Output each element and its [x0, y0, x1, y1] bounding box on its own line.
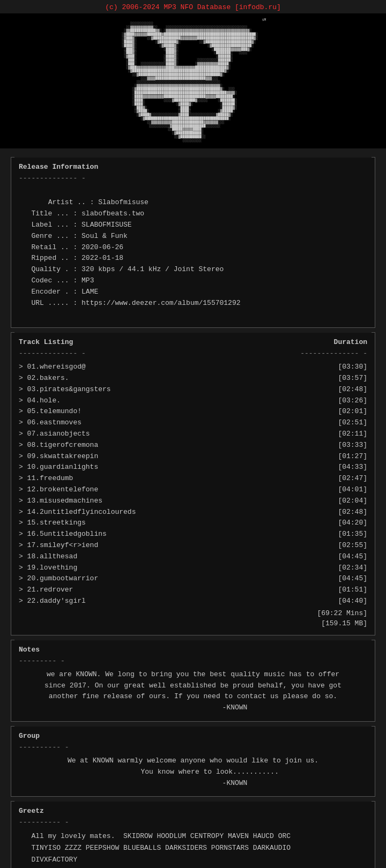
release-info-section: Release Information -------------- - Art…	[11, 157, 375, 328]
greetz-section: Greetz ---------- - All my lovely mates.…	[11, 801, 375, 868]
track-name: > 17.smileyf<r>iend	[19, 540, 98, 551]
notes-section: Notes --------- - we are KNOWN. We long …	[11, 640, 375, 722]
track-name: > 11.freedumb	[19, 473, 73, 484]
track-duration: [03:26]	[324, 395, 367, 407]
track-duration: [02:48]	[324, 507, 367, 518]
track-name: > 05.telemundo!	[19, 406, 81, 417]
track-duration: [01:27]	[324, 451, 367, 462]
track-duration: [04:20]	[324, 518, 367, 529]
release-info-table: Artist .. : Slabofmisuse Title ... : sla…	[19, 186, 367, 320]
track-duration: [03:33]	[324, 440, 367, 451]
group-section: Group ---------- - We at KNOWN warmly we…	[11, 726, 375, 797]
total-time: [69:22 Mins]	[19, 609, 367, 617]
track-name: > 15.streetkings	[19, 518, 86, 529]
track-row: > 03.pirates&gangsters[02:48]	[19, 384, 367, 395]
track-name: > 18.allthesad	[19, 551, 77, 563]
track-row: > 12.brokentelefone[04:01]	[19, 484, 367, 496]
total-info: [69:22 Mins] [159.15 MB]	[19, 609, 367, 627]
group-text: We at KNOWN warmly welcome anyone who wo…	[19, 755, 367, 789]
track-name: > 14.2untitledflyincoloureds	[19, 507, 136, 518]
track-row: > 16.5untitledgoblins[01:35]	[19, 529, 367, 540]
duration-header: Duration	[334, 338, 367, 346]
track-row: > 18.allthesad[04:45]	[19, 551, 367, 563]
track-row: > 09.skwattakreepin[01:27]	[19, 451, 367, 462]
track-name: > 12.brokentelefone	[19, 484, 98, 496]
track-row: > 02.bakers.[03:57]	[19, 373, 367, 384]
track-row: > 21.redrover[01:51]	[19, 585, 367, 596]
track-name: > 21.redrover	[19, 585, 73, 596]
track-row: > 13.misusedmachines[02:04]	[19, 496, 367, 507]
track-row: > 05.telemundo![02:01]	[19, 406, 367, 417]
tracklist-divider-right: -------------- -	[300, 349, 367, 357]
track-name: > 13.misusedmachines	[19, 496, 102, 507]
track-row: > 04.hole.[03:26]	[19, 395, 367, 407]
track-row: > 15.streetkings[04:20]	[19, 518, 367, 529]
track-duration: [03:57]	[324, 373, 367, 384]
track-duration: [04:45]	[324, 573, 367, 585]
track-duration: [04:45]	[324, 551, 367, 563]
artist-row: Artist .. : Slabofmisuse Title ... : sla…	[19, 198, 241, 306]
track-row: > 11.freedumb[02:47]	[19, 473, 367, 484]
track-duration: [01:51]	[324, 585, 367, 596]
track-duration: [02:11]	[324, 429, 367, 440]
track-name: > 04.hole.	[19, 395, 61, 407]
track-row: > 17.smileyf<r>iend[02:55]	[19, 540, 367, 551]
release-divider: -------------- -	[19, 174, 367, 182]
track-row: > 20.gumbootwarrior[04:45]	[19, 573, 367, 585]
track-row: > 07.asianobjects[02:11]	[19, 429, 367, 440]
track-name: > 09.skwattakreepin	[19, 451, 98, 462]
track-name: > 19.lovething	[19, 563, 77, 574]
track-name: > 22.daddy'sgirl	[19, 596, 86, 607]
track-name: > 20.gumbootwarrior	[19, 573, 98, 585]
track-row: > 14.2untitledflyincoloureds[02:48]	[19, 507, 367, 518]
track-row: > 08.tigerofcremona[03:33]	[19, 440, 367, 451]
track-row: > 01.whereisgod@[03:30]	[19, 362, 367, 373]
total-size: [159.15 MB]	[19, 619, 367, 627]
track-row: > 22.daddy'sgirl[04:40]	[19, 596, 367, 607]
notes-header: Notes	[19, 646, 367, 654]
track-row: > 19.lovething[02:34]	[19, 563, 367, 574]
track-duration: [04:01]	[324, 484, 367, 496]
tracklist-divider-left: -------------- -	[19, 349, 86, 357]
track-duration: [04:33]	[324, 462, 367, 473]
track-duration: [04:40]	[324, 596, 367, 607]
ascii-art-banner: sM ░░░░░░░░░░░ ░░▓▓▓▓▓▓▓▓▓▓▓░░ ░░░░░░░░░…	[0, 13, 386, 148]
track-duration: [02:34]	[324, 563, 367, 574]
track-duration: [03:30]	[324, 362, 367, 373]
track-name: > 03.pirates&gangsters	[19, 384, 111, 395]
tracklist-header: Track Listing	[19, 338, 73, 346]
track-duration: [02:48]	[324, 384, 367, 395]
track-duration: [01:35]	[324, 529, 367, 540]
greetz-text: All my lovely mates. SKIDROW HOODLUM CEN…	[19, 830, 367, 868]
top-credit: (c) 2006-2024 MP3 NFO Database [infodb.r…	[0, 0, 386, 13]
group-header: Group	[19, 732, 367, 740]
track-duration: [02:51]	[324, 417, 367, 429]
release-info-header: Release Information	[19, 163, 367, 171]
track-name: > 06.eastnmoves	[19, 417, 81, 429]
track-name: > 08.tigerofcremona	[19, 440, 98, 451]
track-name: > 02.bakers.	[19, 373, 69, 384]
track-name: > 07.asianobjects	[19, 429, 90, 440]
track-duration: [02:04]	[324, 496, 367, 507]
track-row: > 10.guardianlights[04:33]	[19, 462, 367, 473]
notes-divider: --------- -	[19, 657, 367, 665]
track-name: > 16.5untitledgoblins	[19, 529, 107, 540]
ascii-art: sM ░░░░░░░░░░░ ░░▓▓▓▓▓▓▓▓▓▓▓░░ ░░░░░░░░░…	[120, 19, 266, 143]
track-duration: [02:01]	[324, 406, 367, 417]
greetz-header: Greetz	[19, 807, 367, 815]
track-rows-container: > 01.whereisgod@[03:30] > 02.bakers.[03:…	[19, 362, 367, 607]
track-duration: [02:47]	[324, 473, 367, 484]
group-divider: ---------- -	[19, 743, 367, 751]
notes-text: we are KNOWN. We long to bring you the b…	[19, 669, 367, 714]
track-name: > 01.whereisgod@	[19, 362, 86, 373]
track-row: > 06.eastnmoves[02:51]	[19, 417, 367, 429]
track-name: > 10.guardianlights	[19, 462, 98, 473]
track-duration: [02:55]	[324, 540, 367, 551]
tracklist-section: Track Listing Duration -------------- - …	[11, 332, 375, 635]
greetz-divider: ---------- -	[19, 818, 367, 826]
